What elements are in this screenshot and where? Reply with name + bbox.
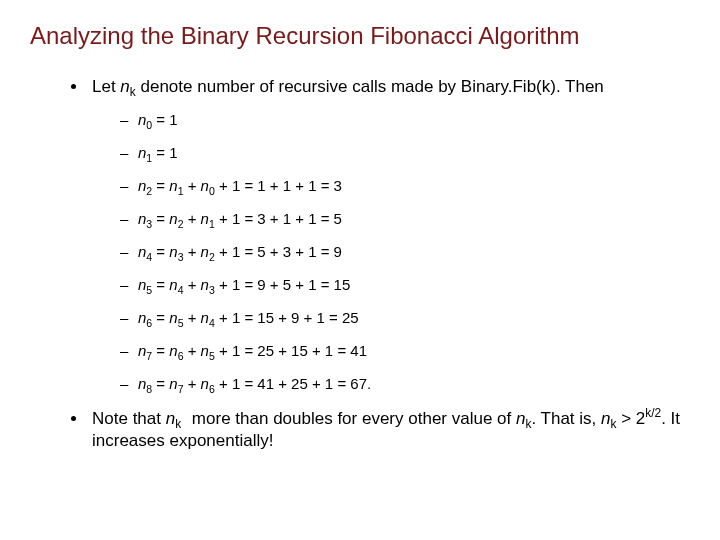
eq-n6: n6 = n5 + n4 + 1 = 15 + 9 + 1 = 25: [120, 309, 690, 327]
eq-n2: n2 = n1 + n0 + 1 = 1 + 1 + 1 = 3: [120, 177, 690, 195]
bullet-list: Let nk denote number of recursive calls …: [30, 76, 690, 451]
eq-n7: n7 = n6 + n5 + 1 = 25 + 15 + 1 = 41: [120, 342, 690, 360]
eq-n8: n8 = n7 + n6 + 1 = 41 + 25 + 1 = 67.: [120, 375, 690, 393]
note-bullet: Note that nk more than doubles for every…: [88, 408, 690, 451]
eq-n4: n4 = n3 + n2 + 1 = 5 + 3 + 1 = 9: [120, 243, 690, 261]
eq-n5: n5 = n4 + n3 + 1 = 9 + 5 + 1 = 15: [120, 276, 690, 294]
intro-text-a: Let: [92, 77, 120, 96]
intro-text-b: denote number of recursive calls made by…: [136, 77, 604, 96]
slide-title: Analyzing the Binary Recursion Fibonacci…: [30, 22, 690, 50]
eq-n0: n0 = 1: [120, 111, 690, 129]
intro-bullet: Let nk denote number of recursive calls …: [88, 76, 690, 393]
eq-n3: n3 = n2 + n1 + 1 = 3 + 1 + 1 = 5: [120, 210, 690, 228]
slide: Analyzing the Binary Recursion Fibonacci…: [0, 0, 720, 540]
var-n: n: [120, 77, 129, 96]
eq-n1: n1 = 1: [120, 144, 690, 162]
equation-list: n0 = 1 n1 = 1 n2 = n1 + n0 + 1 = 1 + 1 +…: [92, 111, 690, 393]
